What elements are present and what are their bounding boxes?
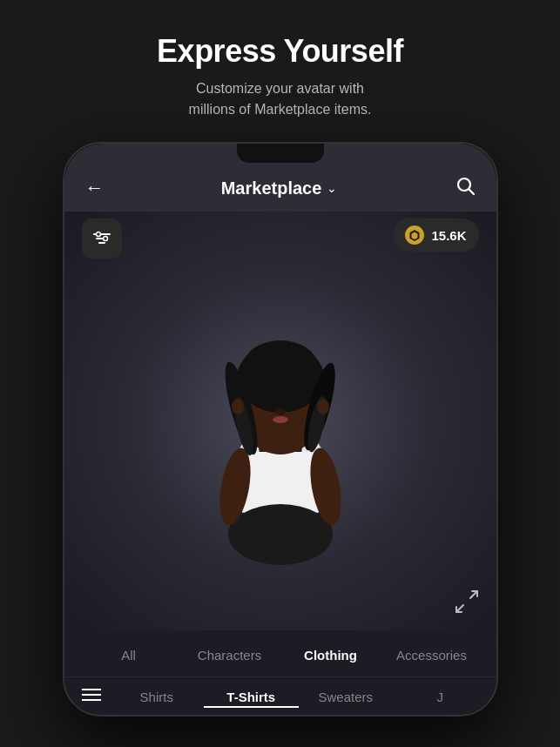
sub-tab-shirts[interactable]: Shirts bbox=[110, 686, 205, 708]
svg-line-1 bbox=[469, 190, 474, 195]
tab-all[interactable]: All bbox=[78, 643, 179, 668]
nav-title: Marketplace bbox=[221, 178, 322, 199]
currency-badge[interactable]: 15.6K bbox=[393, 219, 478, 252]
tab-accessories[interactable]: Accessories bbox=[381, 643, 482, 668]
phone-notch bbox=[237, 144, 324, 163]
filter-button[interactable] bbox=[82, 219, 122, 259]
search-button[interactable] bbox=[455, 175, 476, 201]
svg-point-36 bbox=[232, 399, 244, 414]
chevron-down-icon: ⌄ bbox=[327, 181, 337, 195]
avatar-area: 15.6K bbox=[64, 212, 496, 630]
tab-clothing[interactable]: Clothing bbox=[280, 643, 381, 668]
svg-line-40 bbox=[456, 605, 463, 612]
header-section: Express Yourself Customize your avatar w… bbox=[0, 0, 560, 138]
back-button[interactable]: ← bbox=[85, 177, 105, 199]
phone-screen: ← Marketplace ⌄ bbox=[64, 144, 496, 715]
sub-filter-icon[interactable] bbox=[73, 688, 110, 706]
sub-tabs-row: Shirts T-Shirts Sweaters J bbox=[64, 676, 496, 708]
svg-line-39 bbox=[470, 591, 477, 598]
sub-tab-tshirts[interactable]: T-Shirts bbox=[204, 686, 299, 708]
robux-coin-icon bbox=[405, 225, 424, 245]
category-tabs: All Characters Clothing Accessories Shir… bbox=[64, 630, 496, 715]
phone-wrapper: ← Marketplace ⌄ bbox=[63, 142, 498, 717]
sub-tab-j[interactable]: J bbox=[393, 686, 488, 708]
svg-point-37 bbox=[317, 399, 329, 414]
main-tabs-row: All Characters Clothing Accessories bbox=[64, 643, 496, 668]
tab-characters[interactable]: Characters bbox=[179, 643, 280, 668]
sub-tab-sweaters[interactable]: Sweaters bbox=[299, 686, 394, 708]
avatar-container bbox=[176, 273, 385, 569]
filter-icon bbox=[92, 231, 111, 246]
main-title: Express Yourself bbox=[35, 33, 525, 70]
compress-button[interactable] bbox=[455, 589, 479, 618]
svg-rect-16 bbox=[230, 513, 331, 543]
nav-title-area[interactable]: Marketplace ⌄ bbox=[221, 178, 338, 199]
svg-point-5 bbox=[96, 232, 100, 237]
currency-amount: 15.6K bbox=[431, 228, 466, 243]
subtitle: Customize your avatar withmillions of Ma… bbox=[35, 78, 525, 120]
svg-point-35 bbox=[244, 340, 317, 389]
svg-point-29 bbox=[273, 416, 288, 423]
svg-point-6 bbox=[103, 237, 107, 241]
svg-point-38 bbox=[275, 408, 286, 415]
